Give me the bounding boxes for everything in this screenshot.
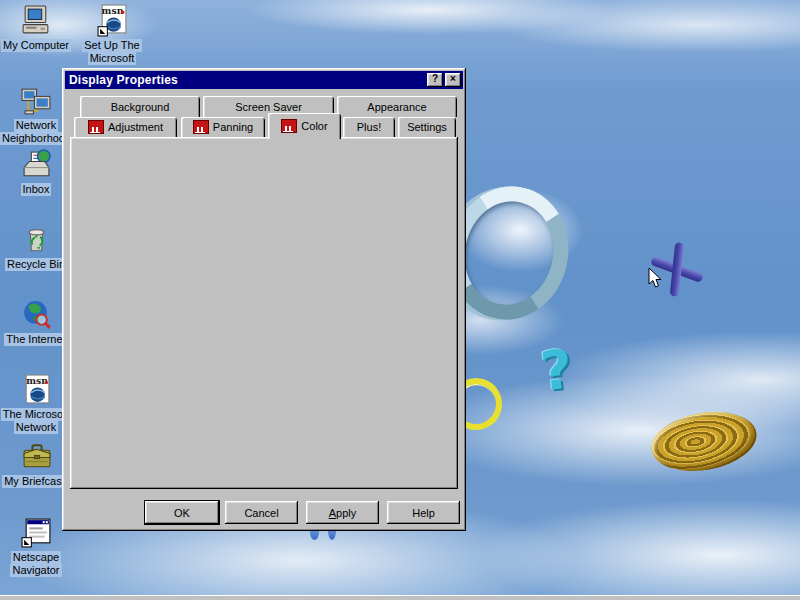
tab-plus[interactable]: Plus! [343, 117, 395, 137]
tab-color[interactable]: Color [268, 113, 341, 139]
help-button[interactable]: Help [387, 501, 460, 524]
svg-text:msn: msn [101, 5, 123, 16]
the-internet-icon [20, 298, 53, 331]
ati-icon [193, 120, 209, 134]
recycle-bin-icon [20, 223, 53, 256]
question-mark-object: ? [538, 343, 575, 400]
mouse-cursor [648, 267, 662, 289]
icon-label: Set Up The [82, 39, 141, 52]
ok-button[interactable]: OK [145, 501, 219, 524]
icon-label: Recycle Bin [5, 258, 67, 271]
ati-icon [281, 119, 297, 133]
icon-label: Network [14, 119, 58, 132]
tab-adjustment[interactable]: Adjustment [74, 117, 177, 137]
icon-label: My Computer [1, 39, 71, 52]
inbox-icon [20, 148, 53, 181]
icon-label: Netscape [11, 551, 61, 564]
icon-label: Microsoft [88, 52, 137, 65]
apply-button[interactable]: Apply [306, 501, 379, 524]
dialog-titlebar[interactable]: Display Properties ? × [65, 71, 463, 89]
help-titlebar-button[interactable]: ? [427, 73, 443, 87]
close-button[interactable]: × [445, 73, 461, 87]
gold-spiral-object [647, 404, 761, 479]
network-neighborhood-icon [20, 84, 53, 117]
tab-background[interactable]: Background [80, 96, 200, 117]
msn-setup-icon: msn [96, 4, 129, 37]
netscape-navigator-icon [20, 516, 53, 549]
ati-icon [88, 120, 104, 134]
my-computer-icon [20, 4, 53, 37]
tab-appearance[interactable]: Appearance [337, 96, 457, 117]
my-briefcase-icon [20, 440, 53, 473]
display-properties-dialog: Display Properties ? × Background Screen… [62, 68, 466, 531]
taskbar-edge [0, 595, 800, 600]
icon-label: My Briefcase [2, 475, 70, 488]
icon-label: Navigator [10, 564, 61, 577]
tab-settings[interactable]: Settings [398, 117, 456, 137]
icon-label: The Microsoft [1, 408, 72, 421]
cancel-button[interactable]: Cancel [225, 501, 298, 524]
msn-icon: msn [20, 373, 53, 406]
desktop-icon-msn-setup[interactable]: msn Set Up The Microsoft [76, 4, 148, 65]
icon-label: Inbox [21, 183, 52, 196]
color-tab-page [70, 137, 458, 489]
icon-label: Network [14, 421, 58, 434]
svg-text:msn: msn [26, 375, 48, 386]
dialog-title: Display Properties [69, 73, 178, 87]
desktop-icon-my-computer[interactable]: My Computer [0, 4, 72, 52]
tab-panning[interactable]: Panning [181, 117, 265, 137]
icon-label: The Internet [4, 333, 67, 346]
